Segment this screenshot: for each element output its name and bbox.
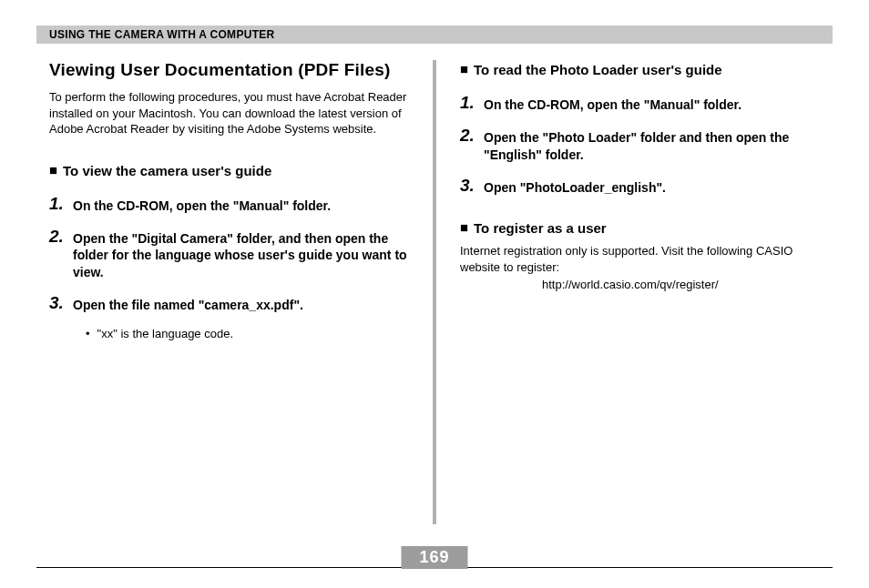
square-bullet-icon: ■: [49, 163, 57, 177]
step-number: 3.: [460, 177, 476, 195]
step-text: Open the "Digital Camera" folder, and th…: [73, 228, 409, 282]
step-text: Open the file named "camera_xx.pdf".: [73, 294, 303, 314]
page-number: 169: [401, 546, 467, 569]
footer: 169: [36, 567, 833, 568]
subheading-text: To view the camera user's guide: [63, 163, 271, 178]
step-text: On the CD-ROM, open the "Manual" folder.: [73, 195, 331, 215]
step-number: 2.: [49, 228, 66, 246]
step-2: 2. Open the "Photo Loader" folder and th…: [460, 127, 820, 164]
bullet-dot-icon: •: [86, 327, 90, 340]
step-text: Open the "Photo Loader" folder and then …: [484, 127, 820, 164]
subheading-text: To register as a user: [474, 220, 607, 236]
footer-rule: 169: [36, 567, 833, 568]
step-1: 1. On the CD-ROM, open the "Manual" fold…: [460, 94, 820, 114]
step-2: 2. Open the "Digital Camera" folder, and…: [49, 228, 409, 282]
page-title: Viewing User Documentation (PDF Files): [49, 60, 409, 80]
left-column: Viewing User Documentation (PDF Files) T…: [36, 60, 433, 524]
note-bullet: • "xx" is the language code.: [86, 327, 409, 340]
right-column: ■ To read the Photo Loader user's guide …: [436, 60, 833, 524]
subheading-text: To read the Photo Loader user's guide: [474, 62, 722, 77]
subheading-register-user: ■ To register as a user: [460, 220, 820, 236]
step-3: 3. Open the file named "camera_xx.pdf".: [49, 294, 409, 314]
square-bullet-icon: ■: [460, 220, 468, 234]
register-text: Internet registration only is supported.…: [460, 243, 820, 276]
section-header: USING THE CAMERA WITH A COMPUTER: [36, 25, 833, 44]
note-text: "xx" is the language code.: [97, 327, 233, 340]
step-text: Open "PhotoLoader_english".: [484, 177, 666, 197]
register-url: http://world.casio.com/qv/register/: [542, 278, 820, 291]
step-1: 1. On the CD-ROM, open the "Manual" fold…: [49, 195, 409, 215]
step-text: On the CD-ROM, open the "Manual" folder.: [484, 94, 741, 114]
subheading-photo-loader-guide: ■ To read the Photo Loader user's guide: [460, 62, 820, 77]
step-3: 3. Open "PhotoLoader_english".: [460, 177, 820, 197]
intro-paragraph: To perform the following procedures, you…: [49, 89, 409, 137]
square-bullet-icon: ■: [460, 62, 468, 76]
subheading-view-camera-guide: ■ To view the camera user's guide: [49, 163, 409, 178]
step-number: 1.: [460, 94, 476, 112]
step-number: 1.: [49, 195, 66, 213]
step-number: 2.: [460, 127, 476, 145]
step-number: 3.: [49, 294, 66, 312]
